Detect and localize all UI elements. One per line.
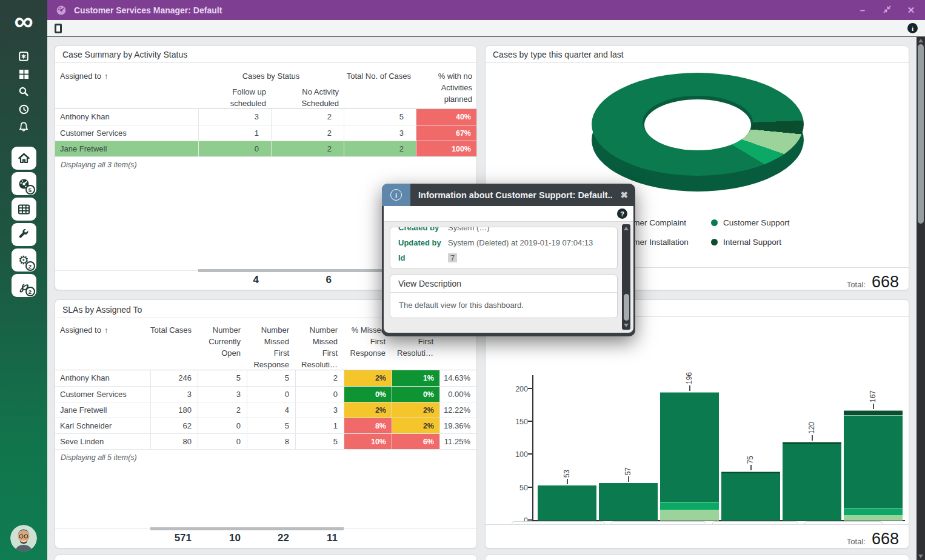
bar-segment[interactable] — [844, 415, 903, 508]
table-row[interactable]: Karl Schneider 62 0 5 1 8% 2% 19.36% — [55, 418, 476, 433]
y-axis-label: 150 — [503, 418, 528, 426]
sidebar-tools-button[interactable] — [12, 223, 36, 246]
y-axis-tick — [528, 388, 532, 389]
legend-item[interactable]: Internal Support — [711, 238, 781, 247]
titlebar: Customer Services Manager: Default – ✕ — [47, 0, 925, 20]
modal-body: ? Created by System (…) Updated by Syste… — [384, 206, 633, 333]
bar-value-tick — [567, 479, 568, 484]
table-row[interactable]: Seve Linden 80 0 8 5 10% 6% 11.25% — [55, 433, 476, 449]
minimize-button[interactable]: – — [857, 5, 868, 15]
column-header-missed-first-resolution[interactable]: Number Missed First Resoluti… — [295, 324, 338, 370]
table-row[interactable]: Anthony Khan 3 2 5 40% — [55, 109, 476, 125]
restore-button[interactable] — [881, 5, 892, 16]
total-no-activity: 6 — [271, 274, 332, 286]
table-row[interactable]: Jane Fretwell 180 2 4 3 2% 2% 12.22% — [55, 402, 476, 418]
bar-segment[interactable] — [538, 485, 596, 521]
total-label: Total: — [847, 537, 866, 546]
sidebar-toggle-icon[interactable] — [55, 24, 62, 33]
app-logo[interactable]: ∞ — [0, 5, 47, 38]
column-header-follow-up[interactable]: Follow up scheduled — [201, 86, 266, 109]
column-header-pct-no-activities[interactable]: % with no Activities planned — [419, 70, 472, 105]
bell-icon[interactable] — [18, 121, 29, 132]
column-header-missed-first-response[interactable]: Number Missed First Response — [247, 324, 289, 370]
scrollbar-thumb[interactable] — [624, 294, 629, 321]
scroll-up-icon[interactable] — [918, 39, 923, 42]
bar-value-label: 53 — [563, 470, 571, 478]
metadata-row: Created by System (…) — [390, 227, 617, 235]
scroll-down-icon[interactable] — [918, 555, 923, 558]
legend-swatch — [711, 219, 718, 226]
slas-rows: Anthony Khan 246 5 5 2 2% 1% 14.63% Cust… — [55, 370, 476, 449]
panel-title: Case Summary by Activity Status — [55, 46, 476, 63]
sidebar-dashboards-button[interactable]: 5 — [12, 172, 36, 195]
bar-segment[interactable] — [721, 473, 780, 521]
asterisk-box-icon[interactable] — [18, 51, 29, 62]
bar-value-label: 75 — [746, 456, 755, 464]
bar-segment[interactable] — [599, 483, 658, 521]
column-header-no-activity[interactable]: No Activity Scheduled — [273, 86, 339, 109]
wrench-icon — [18, 228, 30, 241]
column-header-assigned-to[interactable]: Assigned to↑ — [60, 324, 108, 336]
bar-chart[interactable]: 53July 202557August 2025196September 202… — [486, 338, 909, 521]
y-axis-label: 50 — [503, 484, 528, 492]
scrollbar-thumb[interactable] — [918, 44, 924, 224]
dashboards-badge: 5 — [25, 185, 35, 195]
table-row-selected[interactable]: Jane Fretwell 0 2 2 100% — [55, 141, 476, 156]
app-window: ∞ 5 — [0, 0, 925, 560]
grid-icon[interactable] — [18, 68, 29, 79]
table-footer: Displaying all 5 item(s) — [55, 449, 476, 465]
help-icon[interactable]: ? — [617, 208, 627, 219]
monthly-cases-panel: 53July 202557August 2025196September 202… — [485, 299, 909, 548]
sidebar-tables-button[interactable] — [12, 198, 36, 221]
info-icon[interactable]: i — [907, 23, 918, 33]
total-cases: 571 — [150, 532, 192, 544]
sidebar: ∞ 5 — [0, 0, 47, 560]
close-window-button[interactable]: ✕ — [906, 5, 917, 16]
next-panel-edge — [55, 555, 477, 560]
column-header-total-cases[interactable]: Total No. of Cases — [346, 70, 411, 82]
bar-segment[interactable] — [721, 472, 780, 473]
metadata-row: Updated by System (Deleted) at 2019-01-1… — [390, 235, 617, 250]
window-title: Customer Services Manager: Default — [74, 5, 222, 15]
search-icon[interactable] — [18, 86, 29, 97]
legend-item[interactable]: Customer Support — [711, 218, 790, 227]
sidebar-scripts-button[interactable]: ℘ 2 — [12, 274, 36, 297]
y-axis-tick — [528, 421, 532, 422]
modal-header[interactable]: i Information about Customer Support: De… — [382, 184, 635, 206]
column-header-pct-missed-first-response[interactable]: % Missed First Response — [344, 324, 386, 359]
info-icon: i — [390, 189, 402, 201]
bar-segment[interactable] — [783, 444, 841, 521]
column-header-assigned-to[interactable]: Assigned to↑ — [60, 70, 108, 82]
bar-value-tick — [628, 476, 629, 482]
view-description-panel: View Description The default view for th… — [390, 275, 618, 318]
table-row[interactable]: Customer Services 1 2 3 67% — [55, 125, 476, 141]
total-open: 10 — [198, 532, 241, 544]
legend-label: Internal Support — [723, 238, 781, 247]
sidebar-settings-button[interactable]: ⚙ 2 — [12, 248, 36, 272]
table-row[interactable]: Anthony Khan 246 5 5 2 2% 1% 14.63% — [55, 370, 476, 386]
main-scrollbar[interactable] — [917, 37, 925, 560]
bar-segment[interactable] — [660, 392, 719, 502]
bar-segment[interactable] — [844, 515, 903, 521]
sidebar-home-button[interactable] — [12, 147, 36, 170]
bar-segment[interactable] — [844, 508, 903, 515]
bar-segment[interactable] — [660, 502, 719, 510]
bar-value-label: 120 — [807, 422, 816, 434]
column-header-total-cases[interactable]: Total Cases — [150, 324, 192, 336]
table-row[interactable]: Customer Services 3 3 0 0 0% 0% 0.00% — [55, 386, 476, 402]
bar-segment[interactable] — [660, 510, 719, 521]
table-footer: Displaying all 3 item(s) — [55, 156, 476, 172]
bar-segment[interactable] — [844, 410, 903, 415]
modal-scrollbar[interactable] — [622, 224, 630, 330]
clock-icon[interactable] — [18, 104, 29, 115]
column-header-currently-open[interactable]: Number Currently Open — [198, 324, 241, 359]
scroll-down-icon[interactable] — [624, 324, 629, 327]
modal-close-button[interactable]: ✖ — [613, 190, 635, 201]
metadata-row: Id 7 — [390, 250, 617, 265]
bar-segment[interactable] — [783, 442, 841, 444]
bar-value-tick — [812, 435, 813, 441]
scroll-up-icon[interactable] — [624, 227, 629, 230]
sort-asc-icon: ↑ — [104, 72, 109, 81]
view-description-body: The default view for this dashboard. — [390, 293, 617, 318]
user-avatar[interactable] — [10, 525, 37, 552]
